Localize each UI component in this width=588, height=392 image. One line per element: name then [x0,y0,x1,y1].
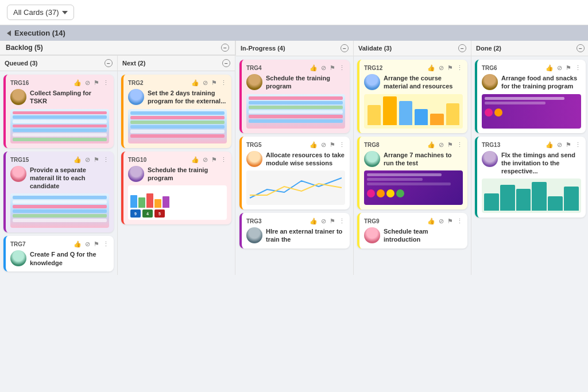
block-icon[interactable]: ⊘ [557,141,562,149]
next-column: Next (2) − TRG2 👍 ⊘ ⚑ ⋮ [118,56,235,275]
card-trg5-id: TRG5 [246,142,307,148]
done-cards: TRG6 👍 ⊘ ⚑ ⋮ Arrange food and snacks for… [471,56,588,275]
like-icon[interactable]: 👍 [191,156,199,164]
flag-icon[interactable]: ⚑ [447,64,453,72]
card-trg10: TRG10 👍 ⊘ ⚑ ⋮ Schedule the trainig progr… [121,152,231,225]
card-trg15: TRG15 👍 ⊘ ⚑ ⋮ Provide a separate materai… [3,152,114,233]
more-icon[interactable]: ⋮ [339,141,345,149]
like-icon[interactable]: 👍 [74,240,82,248]
queued-column: Queued (3) − TRG16 👍 ⊘ ⚑ ⋮ [0,56,118,275]
more-icon[interactable]: ⋮ [339,64,345,72]
card-trg9-body: Schedule team introduction [364,227,463,244]
card-trg5-title: Allocate resources to take module wise s… [266,151,345,168]
flag-icon[interactable]: ⚑ [330,141,335,149]
card-trg6-thumb [482,94,581,129]
block-icon[interactable]: ⊘ [203,156,208,164]
flag-icon[interactable]: ⚑ [211,79,217,87]
card-trg9: TRG9 👍 ⊘ ⚑ ⋮ Schedule team introduction [357,213,467,249]
card-trg2-title: Set the 2 days training program for the … [148,89,227,106]
like-icon[interactable]: 👍 [427,218,435,225]
flag-icon[interactable]: ⚑ [94,240,99,248]
all-cards-dropdown[interactable]: All Cards (37) [7,5,74,20]
dropdown-arrow-icon [62,11,68,14]
block-icon[interactable]: ⊘ [439,64,444,72]
card-trg13-actions: 👍 ⊘ ⚑ ⋮ [546,141,581,149]
flag-icon[interactable]: ⚑ [566,64,571,72]
avatar-trg6 [482,74,498,90]
flag-icon[interactable]: ⚑ [211,156,217,164]
more-icon[interactable]: ⋮ [457,64,463,72]
more-icon[interactable]: ⋮ [103,156,109,164]
avatar-trg5 [246,151,262,167]
like-icon[interactable]: 👍 [427,141,435,149]
more-icon[interactable]: ⋮ [220,79,227,87]
more-icon[interactable]: ⋮ [457,218,463,225]
validate-label: Validate (3) [358,45,392,52]
like-icon[interactable]: 👍 [546,141,554,149]
like-icon[interactable]: 👍 [310,64,318,72]
in-progress-collapse-btn[interactable]: − [341,44,349,52]
validate-column: Validate (3) − TRG12 👍 ⊘ ⚑ ⋮ Arrange the [354,41,471,275]
card-trg15-body: Provide a separate materail lit to each … [10,166,109,191]
more-icon[interactable]: ⋮ [575,64,581,72]
avatar-trg2 [128,89,144,105]
card-trg2-id: TRG2 [128,80,189,86]
card-trg7-actions: 👍 ⊘ ⚑ ⋮ [74,240,109,248]
card-trg5-body: Allocate resources to take module wise s… [246,151,345,168]
like-icon[interactable]: 👍 [74,156,82,164]
backlog-collapse-btn[interactable]: − [221,44,229,52]
more-icon[interactable]: ⋮ [339,218,345,225]
more-icon[interactable]: ⋮ [103,240,109,248]
more-icon[interactable]: ⋮ [103,79,109,87]
next-collapse-btn[interactable]: − [222,59,230,67]
more-icon[interactable]: ⋮ [457,141,463,149]
like-icon[interactable]: 👍 [74,79,82,87]
block-icon[interactable]: ⊘ [85,79,90,87]
block-icon[interactable]: ⊘ [85,156,90,164]
like-icon[interactable]: 👍 [427,64,435,72]
flag-icon[interactable]: ⚑ [330,64,335,72]
backlog-label: Backlog (5) [6,44,43,52]
avatar-trg10 [128,166,144,182]
card-trg5-thumb [246,170,345,205]
flag-icon[interactable]: ⚑ [447,218,453,225]
flag-icon[interactable]: ⚑ [330,218,335,225]
card-trg16-header: TRG16 👍 ⊘ ⚑ ⋮ [10,79,109,87]
card-trg3-actions: 👍 ⊘ ⚑ ⋮ [310,218,345,225]
flag-icon[interactable]: ⚑ [94,156,99,164]
like-icon[interactable]: 👍 [546,64,554,72]
queued-collapse-btn[interactable]: − [105,59,113,67]
card-trg3-title: HIre an external trainer to train the [266,227,345,244]
collapse-icon[interactable] [7,30,11,36]
block-icon[interactable]: ⊘ [439,141,444,149]
like-icon[interactable]: 👍 [310,141,318,149]
card-trg7: TRG7 👍 ⊘ ⚑ ⋮ Create F and Q for the know… [3,236,114,271]
block-icon[interactable]: ⊘ [321,218,326,225]
like-icon[interactable]: 👍 [191,79,199,87]
more-icon[interactable]: ⋮ [575,141,581,149]
block-icon[interactable]: ⊘ [557,64,562,72]
block-icon[interactable]: ⊘ [203,79,208,87]
card-trg9-actions: 👍 ⊘ ⚑ ⋮ [427,218,463,225]
next-header: Next (2) − [118,56,235,71]
block-icon[interactable]: ⊘ [321,64,326,72]
block-icon[interactable]: ⊘ [321,141,326,149]
card-trg13-thumb [482,178,581,213]
block-icon[interactable]: ⊘ [439,218,444,225]
execution-label: Execution (14) [14,29,65,37]
block-icon[interactable]: ⊘ [85,240,90,248]
done-header: Done (2) − [471,41,588,56]
avatar-trg9 [364,227,380,243]
flag-icon[interactable]: ⚑ [447,141,453,149]
card-trg5: TRG5 👍 ⊘ ⚑ ⋮ Allocate resources to take … [239,137,350,210]
backlog-group: Backlog (5) − Queued (3) − TRG16 [0,41,236,275]
done-collapse-btn[interactable]: − [577,44,585,52]
more-icon[interactable]: ⋮ [220,156,227,164]
card-trg8-id: TRG8 [364,142,425,148]
validate-collapse-btn[interactable]: − [458,44,466,52]
flag-icon[interactable]: ⚑ [94,79,99,87]
card-trg6-title: Arrange food and snacks for the training… [501,74,581,91]
card-trg7-title: Create F and Q for the knowledge [30,250,109,267]
flag-icon[interactable]: ⚑ [566,141,571,149]
like-icon[interactable]: 👍 [310,218,318,225]
